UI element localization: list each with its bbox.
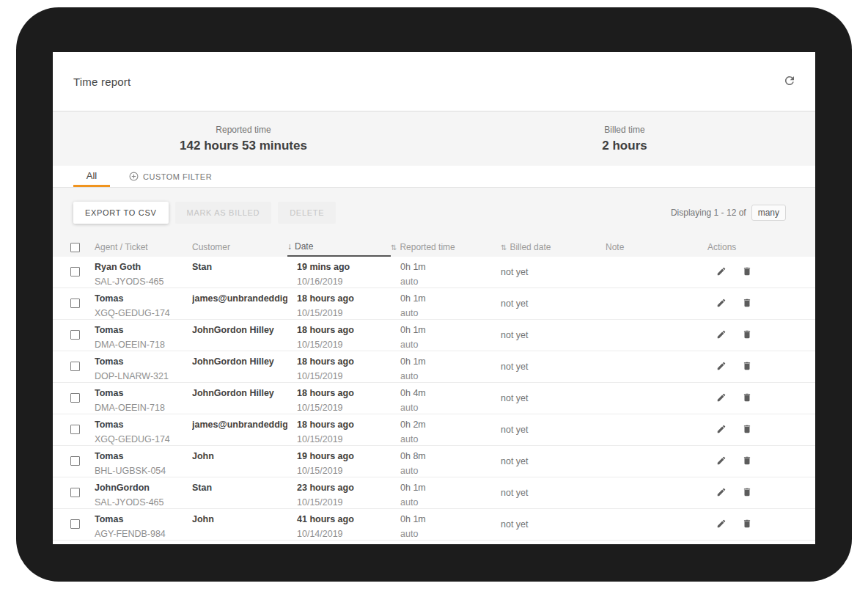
device-frame: Time report Reported time 142 hours 53 m… — [16, 7, 852, 582]
sort-descending-icon: ↓ — [287, 241, 292, 252]
refresh-button[interactable] — [781, 73, 798, 91]
ticket-id[interactable]: DMA-OEEIN-718 — [95, 340, 192, 350]
reported-type: auto — [400, 340, 501, 350]
billed-time-label: Billed time — [604, 125, 644, 135]
date-absolute: 10/15/2019 — [297, 308, 391, 318]
pencil-icon — [716, 361, 727, 373]
tab-all[interactable]: All — [73, 166, 110, 187]
tab-custom-filter-label: CUSTOM FILTER — [143, 172, 212, 181]
date-relative: 18 hours ago — [297, 388, 391, 398]
column-header-note[interactable]: Note — [606, 242, 707, 252]
reported-time-cell: 0h 8m auto — [391, 446, 501, 477]
agent-ticket-cell: Ryan Goth SAL-JYODS-465 — [95, 257, 192, 287]
ticket-id[interactable]: SAL-JYODS-465 — [95, 276, 192, 287]
displaying-count-box[interactable]: many — [751, 205, 786, 221]
ticket-id[interactable]: DOP-LNARW-321 — [95, 371, 192, 381]
trash-icon — [742, 487, 752, 499]
pencil-icon — [716, 487, 727, 499]
ticket-id[interactable]: DMA-OEEIN-718 — [95, 403, 192, 413]
reported-type: auto — [400, 434, 501, 444]
date-cell: 19 hours ago 10/15/2019 — [287, 446, 391, 477]
row-select-cell — [53, 383, 95, 414]
delete-row-button[interactable] — [740, 517, 754, 532]
pencil-icon — [716, 519, 727, 531]
export-to-csv-button[interactable]: EXPORT TO CSV — [73, 202, 169, 224]
delete-row-button[interactable] — [740, 265, 754, 280]
delete-row-button[interactable] — [740, 391, 754, 406]
delete-row-button[interactable] — [740, 359, 754, 375]
pencil-icon — [716, 392, 727, 405]
edit-button[interactable] — [715, 296, 728, 312]
date-absolute: 10/15/2019 — [297, 434, 391, 444]
ticket-id[interactable]: SAL-JYODS-465 — [95, 497, 192, 508]
row-select-cell — [53, 320, 95, 351]
delete-button[interactable]: DELETE — [278, 202, 336, 224]
edit-button[interactable] — [715, 454, 728, 469]
edit-button[interactable] — [715, 265, 728, 280]
row-checkbox[interactable] — [70, 330, 80, 340]
edit-button[interactable] — [715, 328, 728, 343]
ticket-id[interactable]: XGQ-GEDUG-174 — [95, 308, 192, 318]
column-header-agent-ticket[interactable]: Agent / Ticket — [95, 242, 192, 252]
ticket-id[interactable]: XGQ-GEDUG-174 — [95, 434, 192, 444]
customer-name: Stan — [192, 262, 287, 272]
reported-duration: 0h 2m — [400, 420, 501, 430]
edit-button[interactable] — [715, 359, 728, 375]
date-cell: 41 hours ago 10/14/2019 — [287, 509, 391, 540]
actions-cell — [707, 288, 815, 319]
column-header-date-label: Date — [295, 241, 313, 252]
row-select-cell — [53, 414, 95, 445]
column-header-customer[interactable]: Customer — [192, 242, 287, 252]
row-select-cell — [53, 446, 95, 477]
row-select-cell — [53, 509, 95, 540]
column-header-date[interactable]: ↓ Date — [287, 238, 391, 257]
row-checkbox[interactable] — [70, 488, 80, 497]
agent-ticket-cell: Tomas DMA-OEEIN-718 — [95, 320, 192, 351]
billed-date-value: not yet — [501, 425, 606, 435]
row-checkbox[interactable] — [70, 393, 80, 403]
actions-cell — [707, 414, 815, 445]
billed-date-cell: not yet — [501, 446, 606, 477]
edit-button[interactable] — [715, 391, 728, 406]
delete-row-button[interactable] — [740, 486, 754, 501]
edit-button[interactable] — [715, 517, 728, 532]
row-select-cell — [53, 477, 95, 508]
column-header-billed-date[interactable]: ⇅ Billed date — [501, 242, 606, 252]
mark-as-billed-button[interactable]: MARK AS BILLED — [175, 202, 272, 224]
edit-button[interactable] — [715, 486, 728, 501]
delete-row-button[interactable] — [740, 454, 754, 469]
date-cell: 19 mins ago 10/16/2019 — [287, 257, 391, 287]
delete-row-button[interactable] — [740, 296, 754, 312]
date-relative: 18 hours ago — [297, 356, 391, 367]
customer-name: Stan — [192, 483, 287, 493]
tab-custom-filter[interactable]: CUSTOM FILTER — [129, 166, 212, 187]
row-checkbox[interactable] — [70, 298, 80, 308]
row-checkbox[interactable] — [70, 425, 80, 434]
delete-row-button[interactable] — [740, 328, 754, 343]
trash-icon — [742, 298, 752, 310]
customer-name: JohnGordon Hilley — [192, 356, 287, 367]
row-checkbox[interactable] — [70, 519, 80, 529]
delete-row-button[interactable] — [740, 422, 754, 438]
edit-button[interactable] — [715, 422, 728, 438]
date-absolute: 10/14/2019 — [297, 529, 391, 539]
reported-type: auto — [400, 371, 501, 381]
ticket-id[interactable]: AGY-FENDB-984 — [95, 529, 192, 539]
row-checkbox[interactable] — [70, 362, 80, 371]
select-all-checkbox[interactable] — [70, 243, 80, 252]
row-checkbox[interactable] — [70, 456, 80, 466]
customer-name: John — [192, 514, 287, 524]
column-header-reported-time[interactable]: ⇅ Reported time — [391, 242, 501, 252]
ticket-id[interactable]: BHL-UGBSK-054 — [95, 466, 192, 476]
customer-cell: JohnGordon Hilley — [192, 351, 287, 382]
billed-date-value: not yet — [501, 519, 606, 530]
table-row: Tomas XGQ-GEDUG-174 james@unbrandeddigit… — [53, 288, 815, 320]
agent-name: Tomas — [95, 325, 192, 335]
row-checkbox[interactable] — [70, 267, 80, 276]
pencil-icon — [716, 329, 727, 342]
note-cell — [606, 477, 707, 508]
date-relative: 18 hours ago — [297, 420, 391, 430]
billed-date-value: not yet — [501, 393, 606, 403]
toolbar: EXPORT TO CSV MARK AS BILLED DELETE Disp… — [53, 188, 815, 238]
agent-name: Ryan Goth — [95, 262, 192, 272]
